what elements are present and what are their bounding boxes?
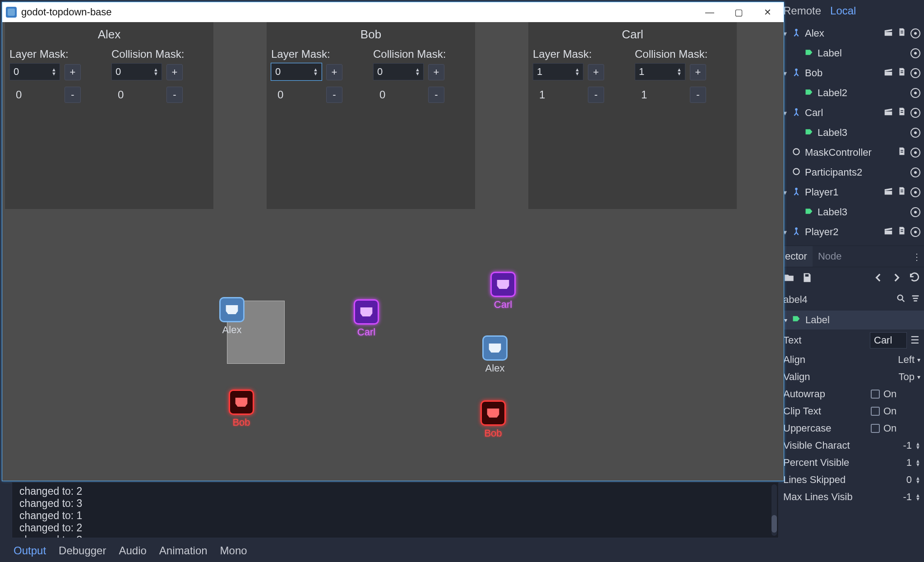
spin-updown-icon[interactable]: ▲▼ [51,68,60,76]
tab-remote[interactable]: Remote [783,5,821,17]
tree-row-maskcontroller[interactable]: MaskController [781,143,922,163]
layer-remove-button[interactable]: - [326,87,342,103]
layer-mask-spinbox[interactable]: ▲▼ [9,63,60,80]
tree-toggle-icon[interactable]: ▾ [783,109,790,117]
collision-mask-input[interactable] [112,66,153,78]
tab-debugger[interactable]: Debugger [59,544,106,557]
tree-row-carl[interactable]: ▾ Carl [781,103,922,123]
tree-row-label[interactable]: Label [781,43,922,63]
clapper-icon[interactable] [883,67,893,79]
visibility-icon[interactable] [910,148,920,158]
layer-mask-input[interactable] [533,66,575,78]
collision-remove-button[interactable]: - [428,87,444,103]
lines-skipped-spin[interactable]: 0▲▼ [871,474,920,486]
visibility-icon[interactable] [910,227,920,237]
tree-row-player2[interactable]: ▾ Player2 [781,222,922,242]
collision-mask-spinbox[interactable]: ▲▼ [635,63,685,80]
inspector-section-label[interactable]: ▾ Label [780,311,924,330]
align-select[interactable]: Left▾ [871,354,920,366]
visibility-icon[interactable] [910,187,920,197]
tree-toggle-icon[interactable]: ▾ [783,228,790,237]
tree-row-label3[interactable]: Label3 [781,123,922,143]
scrollbar[interactable] [772,484,777,536]
tab-output[interactable]: Output [14,544,46,557]
tab-mono[interactable]: Mono [220,544,247,557]
visibility-icon[interactable] [910,167,920,177]
layer-remove-button[interactable]: - [588,87,604,103]
maximize-button[interactable]: ▢ [724,2,753,22]
scene-tree[interactable]: ▾ Alex Label ▾ Bob Label2 ▾ Carl Label3 … [780,23,924,246]
visible-characters-spin[interactable]: -1▲▼ [871,440,920,451]
cliptext-checkbox[interactable]: On [871,405,920,417]
titlebar[interactable]: godot-topdown-base — ▢ ✕ [2,2,784,22]
clapper-icon[interactable] [883,186,893,199]
tree-row-player1[interactable]: ▾ Player1 [781,182,922,202]
visibility-icon[interactable] [910,48,920,58]
tab-node[interactable]: Node [813,246,847,267]
tab-animation[interactable]: Animation [159,544,208,557]
collision-add-button[interactable]: + [690,64,706,80]
layer-mask-spinbox[interactable]: ▲▼ [271,63,322,80]
sprite-carl-1[interactable]: Carl [354,299,379,338]
collision-mask-input[interactable] [635,66,677,78]
layer-mask-input[interactable] [272,66,313,78]
uppercase-checkbox[interactable]: On [871,423,920,434]
spin-updown-icon[interactable]: ▲▼ [575,68,583,76]
script-icon[interactable] [897,146,907,159]
text-options-icon[interactable]: ☰ [910,334,920,346]
text-input[interactable]: Carl [870,332,907,348]
tab-inspector[interactable]: ector [780,246,813,267]
visibility-icon[interactable] [910,28,920,38]
minimize-button[interactable]: — [695,2,724,22]
tree-toggle-icon[interactable]: ▾ [783,188,790,197]
layer-add-button[interactable]: + [326,64,342,80]
script-icon[interactable] [897,226,907,238]
sprite-carl-2[interactable]: Carl [490,272,516,311]
tree-row-label2[interactable]: Label2 [781,83,922,103]
clapper-icon[interactable] [883,27,893,40]
visibility-icon[interactable] [910,88,920,98]
sprite-bob-2[interactable]: Bob [480,400,506,439]
collision-add-button[interactable]: + [428,64,444,80]
settings-icon[interactable] [906,293,920,306]
tree-row-label3[interactable]: Label3 [781,202,922,222]
layer-mask-spinbox[interactable]: ▲▼ [533,63,583,80]
collision-add-button[interactable]: + [166,64,183,80]
tree-toggle-icon[interactable]: ▾ [783,29,790,38]
history-forward-icon[interactable] [891,272,902,286]
script-icon[interactable] [897,27,907,40]
layer-add-button[interactable]: + [588,64,604,80]
layer-mask-input[interactable] [10,66,51,78]
open-icon[interactable] [783,272,795,286]
script-icon[interactable] [897,107,907,119]
inspector-menu-icon[interactable]: ⋮ [912,251,921,262]
collision-mask-input[interactable] [374,66,415,78]
layer-remove-button[interactable]: - [65,87,81,103]
game-viewport[interactable]: Alex Layer Mask: ▲▼ + 0 - Collision Mask… [2,22,784,481]
tab-local[interactable]: Local [830,5,856,17]
clapper-icon[interactable] [883,107,893,119]
collision-mask-spinbox[interactable]: ▲▼ [111,63,162,80]
save-icon[interactable] [801,272,813,286]
sprite-bob-1[interactable]: Bob [229,390,254,428]
clapper-icon[interactable] [883,226,893,238]
sprite-alex-2[interactable]: Alex [482,335,508,374]
output-log[interactable]: changed to: 2changed to: 3changed to: 1c… [12,482,779,538]
visibility-icon[interactable] [910,68,920,78]
visibility-icon[interactable] [910,128,920,138]
autowrap-checkbox[interactable]: On [871,388,920,400]
valign-select[interactable]: Top▾ [871,371,920,383]
tree-row-alex[interactable]: ▾ Alex [781,23,922,43]
max-lines-spin[interactable]: -1▲▼ [871,491,920,503]
layer-add-button[interactable]: + [65,64,81,80]
sprite-alex-1[interactable]: Alex [219,297,245,336]
history-back-icon[interactable] [873,272,884,286]
collision-mask-spinbox[interactable]: ▲▼ [373,63,424,80]
script-icon[interactable] [897,186,907,199]
visibility-icon[interactable] [910,207,920,217]
history-icon[interactable] [909,272,920,286]
collision-remove-button[interactable]: - [690,87,706,103]
tree-toggle-icon[interactable]: ▾ [783,69,790,78]
visibility-icon[interactable] [910,108,920,118]
tab-audio[interactable]: Audio [119,544,146,557]
